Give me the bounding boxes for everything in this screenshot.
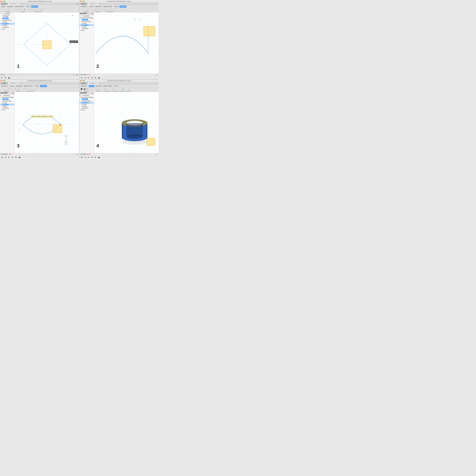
icon-insert-4[interactable]: ⤵: [127, 88, 130, 91]
icon-more-create-4[interactable]: ⋯: [89, 88, 92, 91]
b3-top[interactable]: ▶ Top:1: [0, 109, 15, 111]
icon-rect-1[interactable]: ⬜: [0, 8, 3, 11]
tab-active-4[interactable]: LeafLight01*(1): [88, 82, 99, 84]
btn-design-2[interactable]: DESIGN ▾: [80, 5, 88, 8]
canvas-1[interactable]: y1 x1 ⊕ Place first 1: [15, 12, 79, 73]
min-dot-2[interactable]: [82, 1, 83, 2]
btn-solid-1[interactable]: SOLID: [0, 5, 6, 8]
b4-units[interactable]: Units in: [80, 98, 94, 100]
icon-c3-2[interactable]: ⊥: [110, 8, 113, 11]
constraints-label-1[interactable]: CONSTRAINTS ▾: [34, 11, 42, 12]
icon-extrude-4[interactable]: ⬆: [86, 88, 89, 91]
b3-origin[interactable]: ▶ Origin: [0, 102, 15, 104]
icon-c2-2[interactable]: =: [107, 8, 110, 11]
b4-docsettings[interactable]: ▶ Document Settings: [80, 96, 94, 98]
btn-surface-3[interactable]: SURFACE: [15, 85, 23, 87]
icon-line-2[interactable]: ╱: [86, 8, 89, 11]
icon-move-1[interactable]: ✥: [23, 8, 26, 11]
btn-design-3[interactable]: DESIGN ▾: [0, 85, 8, 87]
create-label-2[interactable]: CREATE ▾: [84, 11, 89, 12]
modify-label-1[interactable]: MODIFY ▾: [21, 11, 26, 12]
icon-more-modify-2[interactable]: ⋯: [100, 8, 102, 11]
btn-sheetmetal-4[interactable]: SHEET METAL: [103, 85, 113, 87]
canvas-4[interactable]: 4: [94, 92, 159, 153]
browser-pin-4[interactable]: 📌: [91, 92, 93, 94]
insert-label-4[interactable]: INSERT ▾: [127, 91, 131, 92]
next-btn-1[interactable]: ▶|: [4, 76, 7, 79]
max-dot-1[interactable]: [4, 1, 5, 2]
back-4[interactable]: ◀: [84, 156, 86, 159]
icon-arc-1[interactable]: ⌒: [10, 8, 13, 11]
construct-label-4[interactable]: CONSTRUCT ▾: [112, 91, 119, 92]
browser-item-units-1[interactable]: Units in: [0, 17, 15, 19]
icon-assemble-4[interactable]: 🔗: [104, 88, 107, 91]
cam-3[interactable]: 📷: [18, 156, 21, 159]
icon-construct-4[interactable]: ✛: [112, 88, 115, 91]
max-dot-2[interactable]: [83, 1, 85, 2]
play-4[interactable]: ▶: [87, 156, 90, 159]
btn-sheetmetal-3[interactable]: SHEET METAL: [23, 85, 34, 87]
back-2[interactable]: ◀: [84, 76, 86, 79]
max-dot-4[interactable]: [83, 80, 85, 81]
icon-constraint3-1[interactable]: ⊥: [37, 8, 39, 11]
close-tab-1[interactable]: ✕: [20, 3, 22, 4]
icon-circle-3[interactable]: ○: [4, 88, 7, 91]
browser-item-unsaved-1[interactable]: ▶ 📄 (Unsaved): [0, 12, 15, 14]
btn-solid-3[interactable]: SOLID: [9, 85, 15, 87]
icon-arc-2[interactable]: ⌒: [89, 8, 92, 11]
b3-units[interactable]: Units in: [0, 98, 15, 100]
rew-2[interactable]: |◀: [80, 76, 83, 79]
icon-constraint1-1[interactable]: ≡: [31, 8, 34, 11]
icon-box-4[interactable]: ⬛: [80, 88, 83, 91]
close-dot-3[interactable]: [0, 80, 2, 81]
icon-offset-3[interactable]: ⫗: [17, 88, 20, 91]
close-dot-1[interactable]: [0, 1, 2, 2]
icon-circle-2[interactable]: ○: [83, 8, 86, 11]
btn-sketch-1[interactable]: SKETCH: [31, 5, 38, 8]
tab-active-3[interactable]: LeafLight01*(1): [8, 82, 19, 84]
b2-units[interactable]: Units in: [80, 19, 94, 21]
canvas-3[interactable]: y1 x1 z1 y1 Select sketch geometry to mo…: [15, 92, 79, 153]
b4-origin[interactable]: ▶ Origin: [80, 104, 94, 105]
b3-origin2[interactable]: ▶ Origin: [0, 105, 15, 107]
browser-item-bottom-1[interactable]: ▼ Bottom:1 ✏: [0, 23, 15, 25]
modify-label-3[interactable]: MODIFY ▾: [16, 91, 21, 92]
icon-constraint5-1[interactable]: ⋯: [43, 8, 46, 11]
icon-fillet-4[interactable]: ⌒: [93, 88, 96, 91]
icon-inspect-4[interactable]: 🔍: [121, 88, 124, 91]
btn-sketch-2[interactable]: SKETCH: [119, 5, 126, 8]
tab-untitled-3[interactable]: Untitled*: [0, 82, 8, 84]
constraints-label-2[interactable]: CONSTRAINTS ▾: [106, 11, 114, 12]
b2-namedviews[interactable]: ▶ Named Views: [80, 21, 94, 22]
btn-sketch-3[interactable]: SKETCH: [40, 85, 47, 87]
b4-bodies[interactable]: ▶ Bodies: [80, 105, 94, 107]
zoom-4[interactable]: 🔍: [155, 153, 158, 156]
btn-solid-2[interactable]: SOLID: [89, 5, 94, 8]
icon-trim-1[interactable]: ✂: [17, 8, 20, 11]
b4-bottom[interactable]: ▼ Bottom:1 🔒: [80, 102, 94, 104]
icon-c4-3[interactable]: △: [34, 88, 36, 91]
b2-origin2[interactable]: ▶ Origin: [80, 26, 94, 28]
browser-pin-2[interactable]: 📌: [91, 13, 93, 15]
btn-surface-4[interactable]: SURFACE: [95, 85, 102, 87]
icon-circle-1[interactable]: ○: [4, 8, 7, 11]
icon-arc-3[interactable]: ⌒: [10, 88, 13, 91]
create-label-3[interactable]: CREATE ▾: [4, 91, 9, 92]
icon-c1-3[interactable]: ≡: [24, 88, 27, 91]
zoom-2[interactable]: 🔍: [155, 73, 158, 76]
btn-tools-4[interactable]: TOOLS: [113, 85, 119, 87]
icon-more-assemble-4[interactable]: ⋯: [107, 88, 110, 91]
icon-c2-3[interactable]: =: [27, 88, 30, 91]
close-dot-4[interactable]: [80, 80, 81, 81]
icon-more-create-1[interactable]: ⋯: [13, 8, 16, 11]
zoom-icon-1[interactable]: 🔍: [72, 73, 75, 76]
b3-bottom[interactable]: ▼ Bottom:1 ✏: [0, 104, 15, 105]
icon-c1-2[interactable]: ≡: [104, 8, 107, 11]
btn-surface-1[interactable]: SURFACE: [6, 5, 14, 8]
cam-4[interactable]: 📷: [98, 156, 101, 159]
browser-item-top-1[interactable]: ▶ Top:1: [0, 28, 15, 30]
b2-origin[interactable]: ▶ Origin: [80, 22, 94, 24]
icon-trim-2[interactable]: ✂: [93, 8, 96, 11]
min-dot-4[interactable]: [82, 80, 83, 81]
btn-tools-3[interactable]: TOOLS: [34, 85, 40, 87]
